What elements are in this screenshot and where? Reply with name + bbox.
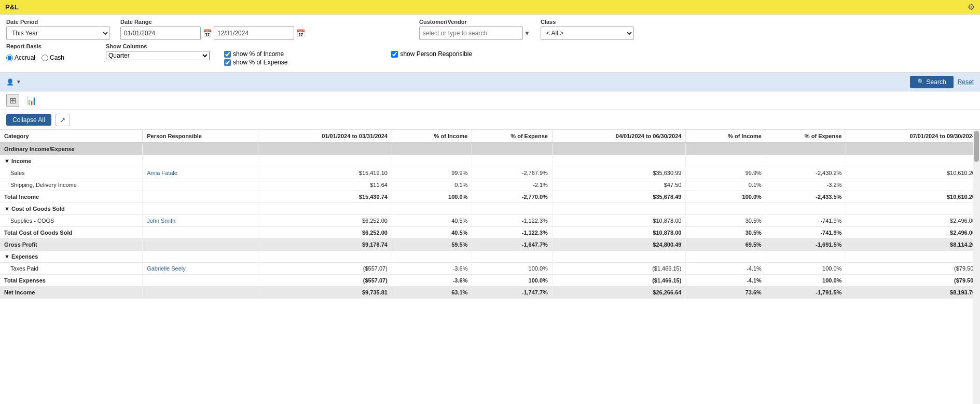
table-cell xyxy=(846,143,980,155)
person-filter-btn[interactable]: 👤 xyxy=(6,78,14,86)
table-row: SalesAmia Fatale$15,419.1099.9%-2,767.9%… xyxy=(0,167,980,179)
collapse-all-button[interactable]: Collapse All xyxy=(6,114,51,126)
table-cell xyxy=(392,251,472,263)
table-cell: $26,266.64 xyxy=(552,287,686,299)
table-cell xyxy=(686,155,766,167)
table-cell: -1,122.3% xyxy=(472,227,553,239)
table-cell: $15,419.10 xyxy=(258,167,392,179)
table-cell: 100.0% xyxy=(766,275,846,287)
show-pct-income-row: show % of Income xyxy=(224,50,287,58)
table-cell xyxy=(766,251,846,263)
table-cell: $10,878.00 xyxy=(552,227,686,239)
date-period-select[interactable]: This Year This Quarter This Month Custom xyxy=(6,26,110,40)
table-cell: ($557.07) xyxy=(258,263,392,275)
col-category: Category xyxy=(0,130,143,143)
table-cell: 40.5% xyxy=(392,227,472,239)
table-cell: ($79.50) xyxy=(846,263,980,275)
search-button[interactable]: 🔍 Search xyxy=(910,76,954,88)
reset-button[interactable]: Reset xyxy=(958,78,974,86)
table-cell: Supplies - COGS xyxy=(0,215,143,227)
table-cell: ($1,466.15) xyxy=(552,275,686,287)
table-cell: -4.1% xyxy=(686,263,766,275)
table-cell xyxy=(552,203,686,215)
table-cell: 100.0% xyxy=(686,191,766,203)
table-cell xyxy=(472,203,553,215)
calendar-to-icon[interactable]: 📅 xyxy=(296,29,305,37)
table-row: Shipping, Delivery Income$11.640.1%-2.1%… xyxy=(0,179,980,191)
chevron-down-icon[interactable]: ▼ xyxy=(16,79,21,85)
report-basis-label: Report Basis xyxy=(6,43,64,49)
table-cell: Shipping, Delivery Income xyxy=(0,179,143,191)
gear-icon[interactable]: ⚙ xyxy=(968,2,975,12)
customer-vendor-input[interactable] xyxy=(419,26,523,40)
show-pct-expense-label: show % of Expense xyxy=(233,59,287,66)
table-cell: Total Expenses xyxy=(0,275,143,287)
date-range-label: Date Range xyxy=(120,19,305,25)
table-cell xyxy=(258,143,392,155)
table-cell: $2,496.00 xyxy=(846,227,980,239)
date-range-to[interactable] xyxy=(214,26,294,40)
table-row: Total Cost of Goods Sold$6,252.0040.5%-1… xyxy=(0,227,980,239)
table-cell xyxy=(766,203,846,215)
checkboxes-group: show % of Income show % of Expense xyxy=(224,50,287,66)
table-cell xyxy=(143,155,258,167)
table-cell: -1,647.7% xyxy=(472,239,553,251)
toolbar-right: 🔍 Search Reset xyxy=(910,76,974,88)
table-cell xyxy=(552,155,686,167)
accrual-radio-label[interactable]: Accrual xyxy=(6,54,35,61)
table-cell: -741.9% xyxy=(766,215,846,227)
class-label: Class xyxy=(541,19,634,25)
date-period-group: Date Period This Year This Quarter This … xyxy=(6,19,110,40)
date-range-from[interactable] xyxy=(120,26,201,40)
table-cell xyxy=(143,179,258,191)
table-cell: $15,430.74 xyxy=(258,191,392,203)
customer-vendor-dropdown-icon[interactable]: ▼ xyxy=(524,30,530,37)
show-columns-select[interactable]: Quarter Month Year xyxy=(106,51,210,60)
accrual-radio[interactable] xyxy=(6,55,13,61)
table-cell xyxy=(143,227,258,239)
table-cell: Gross Profit xyxy=(0,239,143,251)
table-cell: ($79.50) xyxy=(846,275,980,287)
table-cell: $9,735.81 xyxy=(258,287,392,299)
chart-view-btn[interactable]: 📊 xyxy=(23,94,40,107)
table-cell: Total Cost of Goods Sold xyxy=(0,227,143,239)
table-cell: -741.9% xyxy=(766,227,846,239)
table-cell: $6,252.00 xyxy=(258,215,392,227)
scrollbar-thumb[interactable] xyxy=(974,131,979,162)
table-row: ▼ Income xyxy=(0,155,980,167)
date-range-group: Date Range 📅 📅 xyxy=(120,19,305,40)
show-pct-expense-checkbox[interactable] xyxy=(224,59,231,66)
calendar-from-icon[interactable]: 📅 xyxy=(203,29,212,37)
table-cell xyxy=(143,239,258,251)
show-columns-group: Show Columns Quarter Month Year xyxy=(106,43,210,60)
table-cell: -2.1% xyxy=(472,179,553,191)
cash-radio-label[interactable]: Cash xyxy=(42,54,64,61)
class-group: Class < All > xyxy=(541,19,634,40)
show-pct-expense-row: show % of Expense xyxy=(224,59,287,66)
table-cell xyxy=(392,203,472,215)
table-cell xyxy=(686,203,766,215)
table-cell xyxy=(392,143,472,155)
class-select[interactable]: < All > xyxy=(541,26,634,40)
scrollbar[interactable] xyxy=(973,130,980,404)
table-cell xyxy=(143,191,258,203)
show-person-responsible-checkbox[interactable] xyxy=(391,51,398,58)
table-cell xyxy=(552,143,686,155)
cash-label: Cash xyxy=(50,54,64,61)
table-cell: 100.0% xyxy=(392,191,472,203)
table-view-btn[interactable]: ⊞ xyxy=(6,94,19,107)
show-pct-income-checkbox[interactable] xyxy=(224,51,231,58)
table-cell: Gabrielle Seely xyxy=(143,263,258,275)
col-person-responsible: Person Responsible xyxy=(143,130,258,143)
table-cell xyxy=(552,251,686,263)
cash-radio[interactable] xyxy=(42,55,48,61)
table-cell: 99.9% xyxy=(686,167,766,179)
table-row: Ordinary Income/Expense xyxy=(0,143,980,155)
show-person-responsible-label: show Person Responsible xyxy=(400,50,472,58)
table-cell: -2,433.5% xyxy=(766,191,846,203)
table-cell: $10,610.20 xyxy=(846,191,980,203)
expand-button[interactable]: ↗ xyxy=(56,114,70,126)
table-header-row: Category Person Responsible 01/01/2024 t… xyxy=(0,130,980,143)
toolbar-left: 👤 ▼ xyxy=(6,78,21,86)
show-pct-income-label: show % of Income xyxy=(233,50,284,58)
